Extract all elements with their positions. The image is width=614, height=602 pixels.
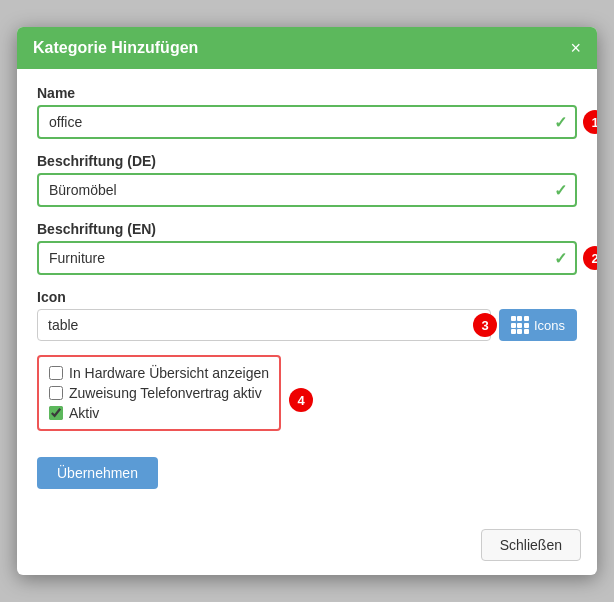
name-label: Name bbox=[37, 85, 577, 101]
modal-body: Name ✓ 1 Beschriftung (DE) ✓ Beschriftun… bbox=[17, 69, 597, 521]
beschriftung-de-group: Beschriftung (DE) ✓ bbox=[37, 153, 577, 207]
name-input[interactable] bbox=[37, 105, 577, 139]
modal-footer: Schließen bbox=[17, 521, 597, 575]
checkbox-section: In Hardware Übersicht anzeigen Zuweisung… bbox=[37, 355, 281, 445]
name-check-icon: ✓ bbox=[554, 113, 567, 132]
checkbox-telefonvertrag-label: Zuweisung Telefonvertrag aktiv bbox=[69, 385, 262, 401]
checkbox-group: In Hardware Übersicht anzeigen Zuweisung… bbox=[37, 355, 281, 431]
footer-close-button[interactable]: Schließen bbox=[481, 529, 581, 561]
checkbox-hardware[interactable] bbox=[49, 366, 63, 380]
submit-button[interactable]: Übernehmen bbox=[37, 457, 158, 489]
modal-close-button[interactable]: × bbox=[570, 39, 581, 57]
checkbox-aktiv[interactable] bbox=[49, 406, 63, 420]
annotation-4: 4 bbox=[289, 388, 313, 412]
submit-area: Übernehmen bbox=[37, 457, 577, 505]
modal-title: Kategorie Hinzufügen bbox=[33, 39, 198, 57]
annotation-2: 2 bbox=[583, 246, 597, 270]
checkbox-aktiv-label: Aktiv bbox=[69, 405, 99, 421]
checkbox-telefonvertrag-item: Zuweisung Telefonvertrag aktiv bbox=[49, 385, 269, 401]
icon-input[interactable] bbox=[37, 309, 491, 341]
grid-icon bbox=[511, 316, 529, 334]
beschriftung-en-wrapper: ✓ 2 bbox=[37, 241, 577, 275]
checkbox-telefonvertrag[interactable] bbox=[49, 386, 63, 400]
icon-row: 3 Icons bbox=[37, 309, 577, 341]
beschriftung-de-label: Beschriftung (DE) bbox=[37, 153, 577, 169]
beschriftung-en-check-icon: ✓ bbox=[554, 249, 567, 268]
icon-label: Icon bbox=[37, 289, 577, 305]
checkbox-hardware-label: In Hardware Übersicht anzeigen bbox=[69, 365, 269, 381]
beschriftung-en-group: Beschriftung (EN) ✓ 2 bbox=[37, 221, 577, 275]
modal-dialog: Kategorie Hinzufügen × Name ✓ 1 Beschrif… bbox=[17, 27, 597, 575]
annotation-1: 1 bbox=[583, 110, 597, 134]
name-field-group: Name ✓ 1 bbox=[37, 85, 577, 139]
name-input-wrapper: ✓ 1 bbox=[37, 105, 577, 139]
beschriftung-en-input[interactable] bbox=[37, 241, 577, 275]
beschriftung-de-wrapper: ✓ bbox=[37, 173, 577, 207]
icons-button-label: Icons bbox=[534, 318, 565, 333]
modal-header: Kategorie Hinzufügen × bbox=[17, 27, 597, 69]
icons-button[interactable]: Icons bbox=[499, 309, 577, 341]
checkbox-hardware-item: In Hardware Übersicht anzeigen bbox=[49, 365, 269, 381]
beschriftung-en-label: Beschriftung (EN) bbox=[37, 221, 577, 237]
checkbox-aktiv-item: Aktiv bbox=[49, 405, 269, 421]
annotation-3: 3 bbox=[473, 313, 497, 337]
beschriftung-de-check-icon: ✓ bbox=[554, 181, 567, 200]
icon-field-group: Icon 3 Icons bbox=[37, 289, 577, 341]
beschriftung-de-input[interactable] bbox=[37, 173, 577, 207]
